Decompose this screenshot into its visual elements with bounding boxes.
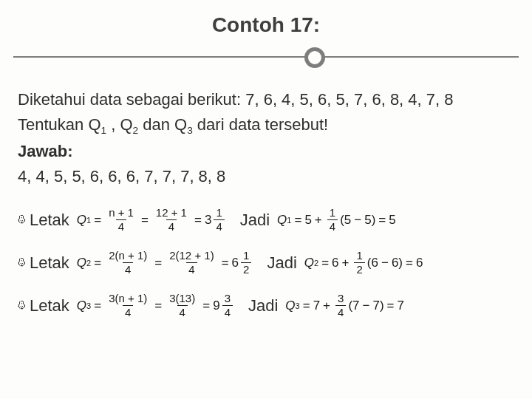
denominator: 4 <box>116 219 126 233</box>
denominator: 4 <box>166 219 177 233</box>
text-fragment: dari data tersebut! <box>193 115 328 134</box>
jadi-label: Jadi <box>267 253 296 273</box>
minus: − <box>351 213 364 228</box>
fraction: n + 14 <box>106 207 136 233</box>
fraction: 2(12 + 1)4 <box>167 250 216 276</box>
text-fragment: Diketahui data sebagai berikut: <box>18 90 245 109</box>
term: 7 <box>372 299 379 313</box>
equals: = <box>403 256 416 270</box>
integer-part: 6 <box>232 256 239 270</box>
equals: = <box>200 299 213 313</box>
numerator: 3 <box>222 293 233 306</box>
var-q: Q <box>304 256 314 270</box>
bullet-icon: ߷ <box>18 211 25 228</box>
equals: = <box>318 256 332 270</box>
equals: = <box>151 256 165 270</box>
var-q: Q <box>77 213 86 228</box>
problem-text: Diketahui data sebagai berikut: 7, 6, 4,… <box>0 87 532 189</box>
denominator: 4 <box>222 305 233 319</box>
quartile-row-q2: ߷ Letak Q2 = 2(n + 1)4 = 2(12 + 1)4 = 6 … <box>18 250 514 276</box>
divider <box>0 47 532 68</box>
quartile-row-q1: ߷ Letak Q1 = n + 14 = 12 + 14 = 3 14 Jad… <box>18 207 514 233</box>
integer-part: 3 <box>205 213 211 228</box>
minus: − <box>378 256 392 270</box>
fraction: 14 <box>214 207 224 233</box>
slide-title: Contoh 17: <box>0 0 532 47</box>
denominator: 4 <box>335 305 346 319</box>
q3-position-formula: Q3 = 3(n + 1)4 = 3(13)4 = 9 34 <box>77 293 235 319</box>
text-fragment: , Q <box>106 115 132 134</box>
numerator: n + 1 <box>106 207 136 220</box>
denominator: 4 <box>177 305 188 319</box>
denominator: 4 <box>186 262 197 276</box>
data-list-unsorted: 7, 6, 4, 5, 6, 5, 7, 6, 8, 4, 7, 8 <box>245 90 453 109</box>
term: 6 <box>332 256 338 270</box>
term: 6 <box>371 256 378 270</box>
numerator: 1 <box>214 207 224 220</box>
denominator: 4 <box>123 262 133 276</box>
equals: = <box>191 213 205 228</box>
var-q: Q <box>277 213 287 228</box>
result: 7 <box>398 299 404 313</box>
term: 7 <box>313 299 320 313</box>
numerator: 1 <box>354 250 364 263</box>
text-fragment: dan Q <box>138 115 187 134</box>
q1-position-formula: Q1 = n + 14 = 12 + 14 = 3 14 <box>77 207 227 233</box>
problem-line-1: Diketahui data sebagai berikut: 7, 6, 4,… <box>18 87 514 112</box>
denominator: 4 <box>214 219 224 233</box>
numerator: 12 + 1 <box>154 207 189 220</box>
numerator: 3(13) <box>167 293 197 306</box>
fraction: 3(13)4 <box>167 293 197 319</box>
integer-part: 9 <box>213 299 219 313</box>
numerator: 2(12 + 1) <box>167 250 216 263</box>
q2-position-formula: Q2 = 2(n + 1)4 = 2(12 + 1)4 = 6 12 <box>77 250 254 276</box>
answer-label: Jawab: <box>18 139 514 164</box>
data-list-sorted: 4, 4, 5, 5, 6, 6, 6, 7, 7, 7, 8, 8 <box>18 164 514 189</box>
denominator: 4 <box>327 219 338 233</box>
bullet-icon: ߷ <box>18 254 25 271</box>
numerator: 3 <box>335 293 346 306</box>
letak-label: Letak <box>30 296 69 316</box>
equals: = <box>384 299 398 313</box>
numerator: 1 <box>241 250 251 263</box>
fraction: 12 <box>354 250 364 276</box>
denominator: 4 <box>123 305 133 319</box>
fraction: 34 <box>222 293 233 319</box>
equals: = <box>91 299 104 313</box>
result: 5 <box>389 213 395 228</box>
term: 5 <box>304 213 311 228</box>
divider-line <box>13 56 519 58</box>
fraction: 2(n + 1)4 <box>106 250 149 276</box>
problem-line-2: Tentukan Q1 , Q2 dan Q3 dari data terseb… <box>18 112 514 139</box>
equals: = <box>151 299 165 313</box>
divider-ring-icon <box>304 47 325 68</box>
subscript: 1 <box>101 125 107 136</box>
numerator: 2(n + 1) <box>106 250 149 263</box>
equals: = <box>300 299 313 313</box>
jadi-label: Jadi <box>240 211 270 230</box>
equals: = <box>375 213 389 228</box>
var-q: Q <box>77 299 86 313</box>
q2-value-formula: Q2 = 6 + 12 (6−6) = 6 <box>304 250 423 276</box>
equals: = <box>91 213 104 228</box>
letak-label: Letak <box>30 211 69 230</box>
text-fragment: Tentukan Q <box>18 115 101 134</box>
fraction: 12 + 14 <box>154 207 189 233</box>
letak-label: Letak <box>30 253 69 273</box>
var-q: Q <box>77 256 86 270</box>
term: 5 <box>344 213 351 228</box>
numerator: 3(n + 1) <box>106 293 149 306</box>
jadi-label: Jadi <box>248 296 278 316</box>
fraction: 12 <box>241 250 251 276</box>
fraction: 34 <box>335 293 346 319</box>
term: 5 <box>364 213 371 228</box>
fraction: 3(n + 1)4 <box>106 293 149 319</box>
var-q: Q <box>285 299 295 313</box>
equals: = <box>291 213 304 228</box>
quartile-rows: ߷ Letak Q1 = n + 14 = 12 + 14 = 3 14 Jad… <box>0 189 532 319</box>
equals: = <box>219 256 232 270</box>
minus: − <box>360 299 373 313</box>
numerator: 1 <box>327 207 338 220</box>
term: 6 <box>392 256 398 270</box>
q1-value-formula: Q1 = 5 + 14 (5−5) = 5 <box>277 207 396 233</box>
